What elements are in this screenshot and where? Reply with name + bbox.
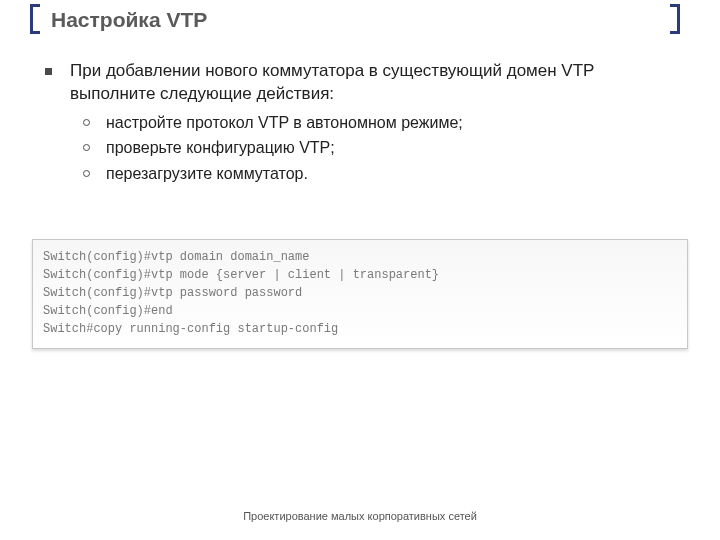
footer-text: Проектирование малых корпоративных сетей <box>0 510 720 522</box>
square-bullet-icon <box>45 68 52 75</box>
code-line: Switch(config)#vtp password password <box>43 284 677 302</box>
code-line: Switch(config)#vtp domain domain_name <box>43 248 677 266</box>
circle-bullet-icon <box>83 170 90 177</box>
slide-header: Настройка VTP <box>0 0 720 40</box>
page-title: Настройка VTP <box>45 8 720 32</box>
circle-bullet-icon <box>83 144 90 151</box>
sub-bullet-list: настройте протокол VTP в автономном режи… <box>83 112 675 185</box>
main-bullet-item: При добавлении нового коммутатора в суще… <box>45 60 675 106</box>
list-item: настройте протокол VTP в автономном режи… <box>83 112 675 134</box>
sub-bullet-text: перезагрузите коммутатор. <box>106 163 308 185</box>
sub-bullet-text: настройте протокол VTP в автономном режи… <box>106 112 463 134</box>
bracket-left-icon <box>30 4 40 34</box>
code-line: Switch(config)#end <box>43 302 677 320</box>
list-item: перезагрузите коммутатор. <box>83 163 675 185</box>
circle-bullet-icon <box>83 119 90 126</box>
main-bullet-text: При добавлении нового коммутатора в суще… <box>70 60 675 106</box>
list-item: проверьте конфигурацию VTP; <box>83 137 675 159</box>
code-line: Switch#copy running-config startup-confi… <box>43 320 677 338</box>
sub-bullet-text: проверьте конфигурацию VTP; <box>106 137 335 159</box>
code-line: Switch(config)#vtp mode {server | client… <box>43 266 677 284</box>
content-area: При добавлении нового коммутатора в суще… <box>0 40 720 199</box>
code-panel: Switch(config)#vtp domain domain_name Sw… <box>32 239 688 349</box>
bracket-right-icon <box>670 4 680 34</box>
